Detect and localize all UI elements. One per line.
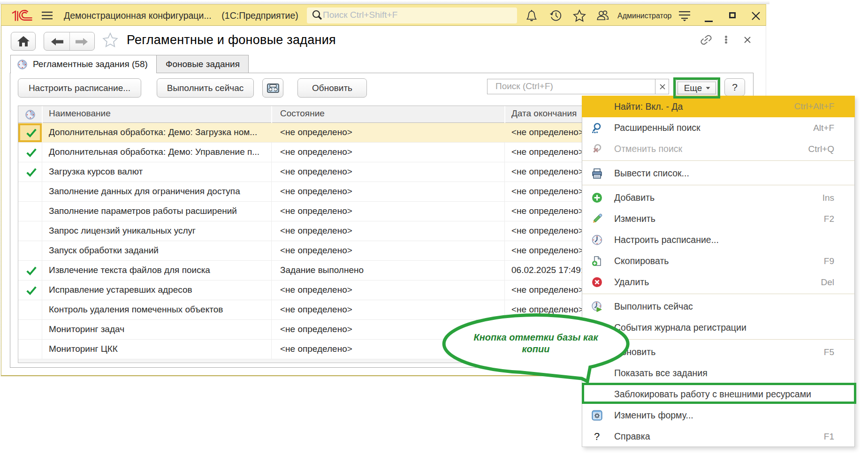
svg-text:Кнопка отметки базы как: Кнопка отметки базы как xyxy=(473,332,598,342)
svg-text:копии: копии xyxy=(522,344,549,354)
